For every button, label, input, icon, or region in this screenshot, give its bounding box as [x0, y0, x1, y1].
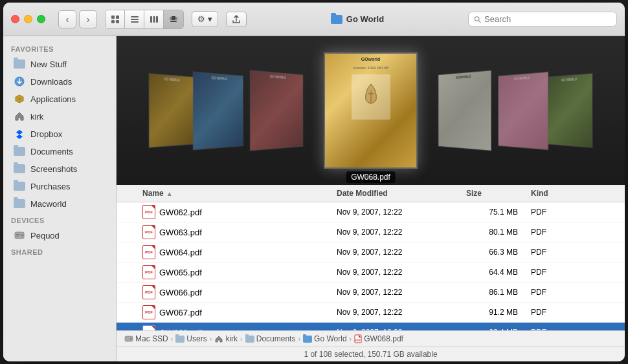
cover-item[interactable]: GO WORLD: [498, 71, 548, 150]
shared-label: Shared: [3, 244, 116, 258]
file-row[interactable]: PDF GW067.pdf Nov 9, 2007, 12:22 91.2 MB…: [117, 303, 625, 323]
breadcrumb-label: Users: [186, 334, 207, 343]
file-kind-cell: PDF: [531, 208, 583, 217]
action-button[interactable]: ⚙ ▾: [192, 11, 218, 27]
window-folder-icon: [331, 15, 342, 24]
sidebar-item-purchases[interactable]: Purchases: [6, 178, 113, 195]
file-row[interactable]: PDF GW062.pdf Nov 9, 2007, 12:22 75.1 MB…: [117, 202, 625, 222]
home-small-icon: [214, 335, 223, 343]
cover-item-active[interactable]: GOworld Autumn 1992 NO.68 GW068.pdf: [324, 52, 418, 169]
cover-label: GW068.pdf: [346, 171, 396, 183]
sidebar-item-kirk[interactable]: kirk: [6, 108, 113, 125]
svg-rect-10: [172, 16, 175, 20]
breadcrumb-sep: ›: [298, 335, 300, 343]
folder-icon: [14, 58, 25, 70]
icon-view-button[interactable]: [106, 10, 125, 28]
sort-arrow: ▲: [166, 190, 173, 197]
svg-rect-3: [116, 20, 119, 23]
applications-icon: [14, 93, 25, 105]
file-row[interactable]: PDF GW063.pdf Nov 9, 2007, 12:22 80.1 MB…: [117, 222, 625, 242]
file-row[interactable]: PDF GW066.pdf Nov 9, 2007, 12:22 86.1 MB…: [117, 283, 625, 303]
cover-item[interactable]: GO WORLD: [548, 73, 592, 148]
svg-rect-20: [16, 236, 19, 237]
cover-item[interactable]: GOWORLD: [438, 70, 492, 151]
sidebar-item-label: Screenshots: [30, 164, 77, 174]
file-row[interactable]: PDF GW068.pdf Nov 9, 2007, 12:22 62.4 MB…: [117, 323, 625, 330]
svg-rect-6: [131, 21, 139, 23]
file-name-cell: PDF GW066.pdf: [117, 285, 337, 299]
file-date-cell: Nov 9, 2007, 12:22: [337, 208, 466, 217]
col-header-kind[interactable]: Kind: [531, 189, 583, 198]
breadcrumb-item-documents[interactable]: Documents: [245, 334, 296, 343]
folder-small-icon: [245, 336, 254, 343]
svg-line-15: [478, 20, 480, 22]
breadcrumb-item-kirk[interactable]: kirk: [214, 334, 238, 343]
coverflow-view-button[interactable]: [164, 10, 183, 28]
cover-item[interactable]: GO WORLD: [250, 70, 304, 151]
coverflow[interactable]: GO WORLD GO WORLD GO WORLD: [117, 36, 625, 185]
file-name: GW063.pdf: [159, 228, 202, 237]
file-name: GW067.pdf: [159, 308, 202, 317]
file-row[interactable]: PDF GW064.pdf Nov 9, 2007, 12:22 66.3 MB…: [117, 242, 625, 262]
file-date-cell: Nov 9, 2007, 12:22: [337, 268, 466, 277]
file-date-cell: Nov 9, 2007, 12:22: [337, 308, 466, 317]
search-input[interactable]: [484, 14, 611, 24]
dropbox-icon: [14, 128, 25, 140]
back-button[interactable]: ‹: [58, 10, 76, 28]
sidebar-item-downloads[interactable]: Downloads: [6, 73, 113, 90]
sidebar: Favorites New Stuff Downloads: [3, 36, 117, 361]
file-row[interactable]: PDF GW065.pdf Nov 9, 2007, 12:22 64.4 MB…: [117, 262, 625, 283]
sidebar-item-pequod[interactable]: Pequod: [6, 227, 113, 244]
sidebar-item-macworld[interactable]: Macworld: [6, 195, 113, 212]
favorites-label: Favorites: [3, 41, 116, 55]
breadcrumb-item-gw068[interactable]: PDF GW068.pdf: [354, 334, 403, 343]
share-button[interactable]: [226, 12, 247, 27]
status-text: 1 of 108 selected, 150.71 GB available: [304, 350, 437, 359]
folder-small-icon: [175, 336, 185, 343]
file-name-cell: PDF GW068.pdf: [117, 325, 337, 330]
col-header-name[interactable]: Name ▲: [117, 189, 337, 198]
svg-text:PDF: PDF: [355, 339, 361, 342]
sidebar-item-documents[interactable]: Documents: [6, 143, 113, 160]
close-button[interactable]: [11, 15, 19, 23]
file-date-cell: Nov 9, 2007, 12:22: [337, 248, 466, 257]
breadcrumb-label: kirk: [225, 334, 238, 343]
search-box[interactable]: [468, 12, 617, 27]
file-name: GW062.pdf: [159, 208, 202, 217]
forward-button[interactable]: ›: [79, 10, 97, 28]
list-view-button[interactable]: [125, 10, 144, 28]
breadcrumb-item-mac-ssd[interactable]: Mac SSD: [124, 334, 168, 343]
minimize-button[interactable]: [24, 15, 32, 23]
sidebar-item-label: Dropbox: [30, 129, 62, 139]
file-name-cell: PDF GW062.pdf: [117, 205, 337, 219]
breadcrumb-item-go-world[interactable]: Go World: [303, 334, 346, 343]
folder-icon: [14, 198, 25, 209]
sidebar-item-applications[interactable]: Applications: [6, 91, 113, 107]
maximize-button[interactable]: [37, 15, 45, 23]
breadcrumb: Mac SSD › Users › kirk › Documents: [117, 330, 625, 347]
svg-rect-13: [170, 21, 177, 22]
sidebar-item-label: Documents: [30, 147, 73, 156]
file-size-cell: 75.1 MB: [466, 208, 531, 217]
svg-rect-4: [131, 16, 139, 17]
col-header-date[interactable]: Date Modified: [337, 189, 466, 198]
pdf-icon: PDF: [142, 205, 155, 219]
file-kind-cell: PDF: [531, 268, 583, 277]
pdf-icon: PDF: [142, 225, 155, 239]
status-bar: 1 of 108 selected, 150.71 GB available: [117, 347, 625, 361]
cover-item[interactable]: GO WORLD: [193, 71, 243, 150]
file-date-cell: Nov 9, 2007, 12:22: [337, 228, 466, 237]
svg-rect-19: [16, 234, 20, 235]
sidebar-item-screenshots[interactable]: Screenshots: [6, 160, 113, 177]
cover-item[interactable]: GO WORLD: [149, 73, 194, 148]
sidebar-item-new-stuff[interactable]: New Stuff: [6, 56, 113, 72]
file-size-cell: 80.1 MB: [466, 228, 531, 237]
breadcrumb-item-users[interactable]: Users: [175, 334, 207, 343]
svg-rect-8: [153, 16, 155, 23]
col-header-size[interactable]: Size: [466, 189, 531, 198]
column-view-button[interactable]: [144, 10, 164, 28]
file-kind-cell: PDF: [531, 248, 583, 257]
file-name: GW066.pdf: [159, 288, 202, 297]
sidebar-item-dropbox[interactable]: Dropbox: [6, 125, 113, 142]
svg-rect-12: [175, 17, 177, 20]
